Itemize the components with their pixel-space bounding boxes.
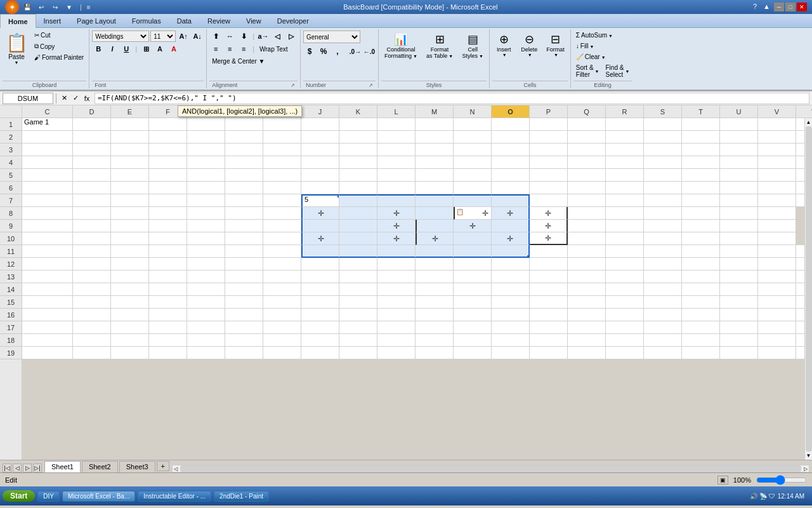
cell-l11[interactable] — [377, 245, 416, 258]
italic-button[interactable]: I — [106, 43, 119, 55]
cell-u1[interactable] — [720, 118, 758, 131]
align-middle-btn[interactable]: ↔ — [223, 30, 236, 42]
cell-l7[interactable] — [377, 194, 416, 207]
row-header-15[interactable]: 15 — [0, 296, 22, 309]
row-header-11[interactable]: 11 — [0, 245, 22, 258]
zoom-slider[interactable] — [756, 477, 807, 483]
qat-undo[interactable]: ↩ — [36, 2, 47, 12]
cell-k10[interactable] — [339, 232, 377, 245]
taskbar-item-paint[interactable]: 2ndDie1 - Paint — [214, 491, 269, 502]
col-header-e[interactable]: E — [111, 105, 149, 117]
cell-k9[interactable] — [339, 220, 377, 232]
tab-review[interactable]: Review — [200, 14, 239, 27]
row-header-5[interactable]: 5 — [0, 169, 22, 182]
cell-o7[interactable] — [492, 194, 530, 207]
qat-dropdown[interactable]: ▼ — [63, 2, 75, 12]
cell-n8[interactable]: 📋 ✛ — [454, 207, 492, 220]
sheet-nav-next[interactable]: ▷ — [23, 464, 32, 472]
merge-center-button[interactable]: Merge & Center ▼ — [209, 57, 267, 66]
qat-redo[interactable]: ↪ — [49, 2, 61, 12]
copy-button[interactable]: ⧉Copy — [32, 41, 86, 51]
find-select-button[interactable]: Find &Select▼ — [603, 63, 632, 79]
col-header-d[interactable]: D — [73, 105, 111, 117]
cell-n1[interactable] — [454, 118, 492, 131]
tab-insert[interactable]: Insert — [36, 14, 70, 27]
autosum-button[interactable]: ΣAutoSum▼ — [573, 30, 615, 40]
font-name-select[interactable]: Webdings — [92, 30, 149, 42]
office-button[interactable]: ✦ — [5, 0, 19, 14]
fill-button[interactable]: ↓Fill▼ — [573, 41, 597, 51]
percent-btn[interactable]: % — [317, 46, 330, 57]
cell-o11[interactable] — [492, 245, 530, 258]
wrap-text-button[interactable]: Wrap Text — [257, 44, 291, 54]
cell-h1[interactable] — [225, 118, 263, 131]
cell-k7[interactable] — [339, 194, 377, 207]
cell-p1[interactable] — [530, 118, 568, 131]
insert-function-btn[interactable]: fx — [82, 93, 92, 104]
row-header-9[interactable]: 9 — [0, 220, 22, 232]
font-color-button[interactable]: A — [167, 43, 180, 55]
row-header-16[interactable]: 16 — [0, 309, 22, 321]
col-header-o[interactable]: O — [492, 105, 530, 117]
cell-p8[interactable]: ✛ — [530, 207, 568, 220]
delete-button[interactable]: ⊖ Delete ▼ — [518, 30, 540, 59]
col-header-t[interactable]: T — [682, 105, 720, 117]
col-header-p[interactable]: P — [530, 105, 568, 117]
col-header-k[interactable]: K — [339, 105, 377, 117]
help-btn[interactable]: ? — [750, 3, 759, 11]
format-button[interactable]: ⊟ Format ▼ — [543, 30, 568, 59]
row-header-4[interactable]: 4 — [0, 156, 22, 169]
cell-d2[interactable] — [73, 131, 111, 144]
tab-developer[interactable]: Developer — [270, 14, 317, 27]
cell-m9[interactable] — [416, 220, 454, 232]
taskbar-item-instructable[interactable]: Instructable Editor - ... — [138, 491, 211, 502]
decrease-font-btn[interactable]: A↓ — [191, 30, 204, 42]
row-header-19[interactable]: 19 — [0, 347, 22, 359]
tab-home[interactable]: Home — [0, 14, 36, 28]
sheet-tab-1[interactable]: Sheet1 — [44, 461, 81, 472]
sheet-tab-2[interactable]: Sheet2 — [82, 461, 118, 472]
vertical-scrollbar[interactable]: ▲ ▼ — [804, 118, 812, 460]
col-header-s[interactable]: S — [644, 105, 682, 117]
add-sheet-button[interactable]: + — [157, 461, 169, 471]
cell-f1[interactable] — [149, 118, 187, 131]
cell-k11[interactable] — [339, 245, 377, 258]
cell-m10[interactable]: ✛ — [416, 232, 454, 245]
cell-m8[interactable] — [416, 207, 454, 220]
sort-filter-button[interactable]: Sort &Filter▼ — [573, 63, 602, 79]
row-header-6[interactable]: 6 — [0, 182, 22, 194]
align-top-btn[interactable]: ⬆ — [209, 30, 222, 42]
ribbon-toggle[interactable]: ▲ — [761, 3, 773, 11]
paste-button[interactable]: 📋 Paste ▼ — [3, 30, 30, 66]
sheet-nav-first[interactable]: |◁ — [3, 464, 11, 472]
cell-l1[interactable] — [377, 118, 416, 131]
tab-page-layout[interactable]: Page Layout — [69, 14, 124, 27]
qat-save[interactable]: 💾 — [22, 2, 33, 12]
col-header-n[interactable]: N — [454, 105, 492, 117]
sheet-nav-last[interactable]: ▷| — [33, 464, 42, 472]
row-header-3[interactable]: 3 — [0, 144, 22, 156]
cell-l9[interactable]: ✛ — [377, 220, 416, 232]
horizontal-scrollbar[interactable]: ◁ ▷ — [172, 465, 809, 472]
cell-m7[interactable] — [416, 194, 454, 207]
cell-n10[interactable] — [454, 232, 492, 245]
tab-view[interactable]: View — [239, 14, 270, 27]
row-header-18[interactable]: 18 — [0, 334, 22, 347]
cell-k8[interactable] — [339, 207, 377, 220]
cell-o8[interactable]: ✛ — [492, 207, 530, 220]
cell-o1[interactable] — [492, 118, 530, 131]
insert-button[interactable]: ⊕ Insert ▼ — [492, 30, 515, 59]
cell-q1[interactable] — [568, 118, 606, 131]
col-header-v[interactable]: V — [758, 105, 796, 117]
row-header-17[interactable]: 17 — [0, 321, 22, 334]
tab-data[interactable]: Data — [169, 14, 200, 27]
minimize-button[interactable]: ─ — [774, 3, 784, 11]
row-header-14[interactable]: 14 — [0, 283, 22, 296]
cell-c2[interactable] — [22, 131, 73, 144]
cell-n9[interactable]: ✛ — [454, 220, 492, 232]
cell-i1[interactable] — [263, 118, 301, 131]
decimal-increase-btn[interactable]: .0→ — [349, 46, 362, 57]
cell-l8[interactable]: ✛ — [377, 207, 416, 220]
cell-j7[interactable]: 5 — [301, 194, 339, 207]
font-size-select[interactable]: 11 — [150, 30, 176, 42]
